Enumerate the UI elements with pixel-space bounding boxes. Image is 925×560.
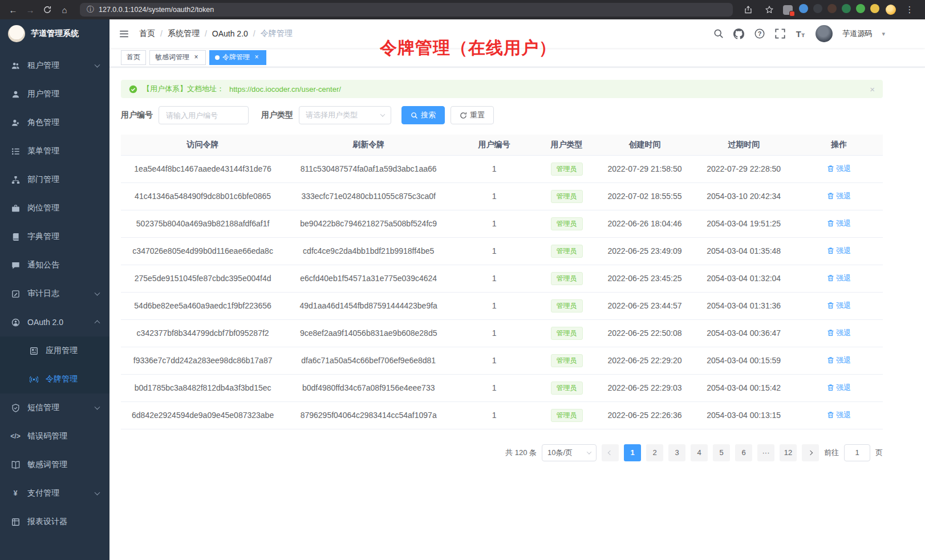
sidebar-item-token[interactable]: 令牌管理: [0, 365, 109, 393]
site-info-icon[interactable]: ⓘ: [87, 5, 94, 15]
breadcrumb-oauth[interactable]: OAuth 2.0: [212, 29, 248, 38]
sidebar-item-dept[interactable]: 部门管理: [0, 165, 109, 194]
search-button[interactable]: 搜索: [401, 106, 445, 124]
browser-extension-icon[interactable]: [870, 4, 879, 13]
browser-extension-icon[interactable]: [813, 4, 822, 13]
breadcrumb-home[interactable]: 首页: [139, 29, 155, 39]
sidebar-item-notice[interactable]: 通知公告: [0, 251, 109, 279]
url-bar[interactable]: ⓘ 127.0.0.1:1024/system/oauth2/token: [80, 3, 733, 17]
caret-down-icon[interactable]: ▾: [882, 30, 885, 38]
hamburger-icon[interactable]: [117, 27, 130, 40]
next-page-button[interactable]: [802, 444, 819, 461]
reload-button[interactable]: [40, 2, 55, 17]
force-logout-button[interactable]: 强退: [827, 191, 851, 201]
chevron-down-icon: [95, 290, 100, 296]
sidebar-item-dict[interactable]: 字典管理: [0, 222, 109, 251]
sidebar-item-report[interactable]: 报表设计器: [0, 508, 109, 536]
doc-link[interactable]: https://doc.iocoder.cn/user-center/: [229, 85, 341, 94]
page-button-12[interactable]: 12: [780, 444, 797, 461]
sidebar-item-post[interactable]: 岗位管理: [0, 194, 109, 222]
forward-button[interactable]: →: [23, 2, 38, 17]
bookmark-star-icon[interactable]: [762, 2, 777, 17]
page-size-select[interactable]: 10条/页: [542, 444, 597, 461]
sidebar-item-oauth[interactable]: OAuth 2.0: [0, 308, 109, 336]
force-logout-button[interactable]: 强退: [827, 164, 851, 174]
close-icon[interactable]: ×: [192, 54, 200, 62]
sidebar-item-label: 字典管理: [27, 232, 59, 242]
browser-extension-icon[interactable]: [842, 4, 851, 13]
refresh-token-cell: 811c530487574fa0af1a59d3abc1aa66: [285, 155, 452, 182]
table-row: 1ea5e44f8bc1467aaede43144f31de76811c5304…: [121, 155, 883, 182]
user-id-input[interactable]: [159, 106, 249, 124]
sidebar-item-sms[interactable]: 短信管理: [0, 393, 109, 422]
tab-home[interactable]: 首页: [121, 50, 146, 65]
search-icon[interactable]: [713, 29, 724, 39]
help-icon[interactable]: ?: [754, 29, 765, 39]
sidebar-item-audit[interactable]: 审计日志: [0, 279, 109, 308]
tab-token[interactable]: 令牌管理 ×: [209, 50, 266, 65]
browser-extension-icon[interactable]: [856, 4, 865, 13]
github-icon[interactable]: [733, 29, 744, 39]
trash-icon: [827, 220, 834, 227]
logo[interactable]: 芋道管理系统: [0, 19, 109, 48]
browser-extension-icon[interactable]: [799, 4, 808, 13]
sidebar-item-app[interactable]: 应用管理: [0, 336, 109, 365]
access-token-cell: b0d1785bc3a8482f812db4a3f3bd15ec: [121, 374, 285, 401]
page-button-1[interactable]: 1: [624, 444, 641, 461]
tab-sensitive-word[interactable]: 敏感词管理 ×: [149, 50, 206, 65]
browser-extension-icon[interactable]: [827, 4, 837, 13]
breadcrumb-system[interactable]: 系统管理: [168, 29, 200, 39]
force-logout-button[interactable]: 强退: [827, 410, 851, 420]
browser-profile-avatar[interactable]: [886, 5, 896, 15]
goto-page-input[interactable]: [844, 444, 870, 461]
page-more-button[interactable]: ···: [757, 444, 774, 461]
fullscreen-icon[interactable]: [774, 29, 785, 39]
page-button-2[interactable]: 2: [646, 444, 663, 461]
force-logout-button[interactable]: 强退: [827, 355, 851, 366]
tab-label: 令牌管理: [222, 52, 250, 62]
reset-button[interactable]: 重置: [451, 106, 494, 124]
browser-menu-icon[interactable]: ⋮: [902, 2, 917, 17]
alert-close-icon[interactable]: ×: [870, 84, 875, 94]
force-logout-button[interactable]: 强退: [827, 301, 851, 311]
user-type-select[interactable]: 请选择用户类型: [299, 106, 391, 124]
home-button[interactable]: ⌂: [57, 2, 72, 17]
sidebar-item-sensitive[interactable]: 敏感词管理: [0, 451, 109, 479]
sidebar-item-tenant[interactable]: 租户管理: [0, 51, 109, 80]
sidebar-item-role[interactable]: 角色管理: [0, 108, 109, 137]
force-logout-button[interactable]: 强退: [827, 383, 851, 393]
trash-icon: [827, 165, 834, 172]
table-row: 502375b8040a469a9b82188afdf6af1fbe90422b…: [121, 210, 883, 237]
sidebar-item-errcode[interactable]: </>错误码管理: [0, 422, 109, 451]
user-type-badge: 管理员: [551, 163, 583, 176]
sidebar-item-user[interactable]: 用户管理: [0, 80, 109, 108]
page-button-6[interactable]: 6: [735, 444, 752, 461]
force-logout-button[interactable]: 强退: [827, 246, 851, 256]
trash-icon: [827, 356, 834, 364]
chevron-down-icon: [587, 449, 591, 454]
user-avatar[interactable]: [816, 25, 833, 42]
chevron-down-icon: [380, 112, 385, 116]
trash-icon: [827, 192, 834, 200]
page-button-4[interactable]: 4: [691, 444, 708, 461]
page-button-5[interactable]: 5: [713, 444, 730, 461]
sidebar-item-label: 用户管理: [27, 89, 59, 99]
back-button[interactable]: ←: [6, 2, 21, 17]
sidebar-item-menu[interactable]: 菜单管理: [0, 137, 109, 165]
share-icon[interactable]: [741, 2, 756, 17]
sidebar-item-pay[interactable]: ¥支付管理: [0, 479, 109, 508]
sidebar-item-label: 错误码管理: [27, 431, 67, 441]
expire-time-cell: 2054-03-04 00:15:42: [692, 374, 795, 401]
force-logout-button[interactable]: 强退: [827, 328, 851, 338]
user-id-label: 用户编号: [121, 110, 153, 120]
alert-text: 【用户体系】文档地址：: [143, 84, 224, 94]
page-button-3[interactable]: 3: [668, 444, 685, 461]
force-logout-button[interactable]: 强退: [827, 218, 851, 229]
font-size-icon[interactable]: TT: [795, 29, 806, 39]
force-logout-button[interactable]: 强退: [827, 273, 851, 283]
close-icon[interactable]: ×: [253, 54, 261, 62]
trash-icon: [827, 247, 834, 254]
username[interactable]: 芋道源码: [842, 29, 872, 39]
prev-page-button[interactable]: [602, 444, 619, 461]
extension-badge-icon[interactable]: [783, 5, 793, 15]
